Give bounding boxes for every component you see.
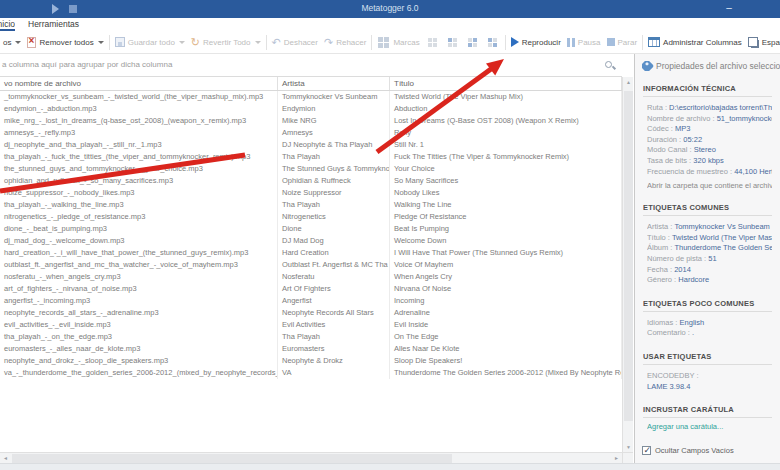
table-row[interactable]: the_stunned_guys_and_tommyknocker_-_your… bbox=[0, 163, 622, 175]
columns-table-icon bbox=[648, 37, 660, 47]
panel-field: Ruta : D:\escritorio\bajadas torrent\Thu… bbox=[647, 103, 772, 114]
tab-herramientas[interactable]: Herramientas bbox=[28, 18, 79, 31]
panel-section-title: INCRUSTAR CARÁTULA bbox=[643, 405, 772, 418]
table-row[interactable]: va_-_thunderdome_the_golden_series_2006-… bbox=[0, 367, 622, 379]
scroll-right-icon[interactable]: ► bbox=[614, 454, 619, 463]
redo-button[interactable]: ↷ Rehacer bbox=[321, 32, 369, 52]
remove-all-button[interactable]: Remover todos bbox=[24, 32, 106, 52]
table-row[interactable]: euromasters_-_alles_naar_de_klote.mp3Eur… bbox=[0, 343, 622, 355]
cell-title: Beat Is Pumping bbox=[390, 223, 622, 235]
toolbar-separator bbox=[371, 35, 372, 50]
button-label: Pausa bbox=[578, 38, 601, 47]
panel-field: Nombre de archivo : 51_tommyknocker_vs_s bbox=[647, 114, 772, 125]
scroll-down-icon[interactable]: ▼ bbox=[623, 444, 634, 450]
field-label: Ruta bbox=[647, 103, 663, 112]
file-table-body: _tommyknocker_vs_sunbeam_-_twisted_world… bbox=[0, 91, 622, 379]
table-row[interactable]: amnesys_-_refly.mp3AmnesysRefly bbox=[0, 127, 622, 139]
table-row[interactable]: neophyte_records_all_stars_-_adrenaline.… bbox=[0, 307, 622, 319]
cell-new-filename: tha_playah_-_walking_the_line.mp3 bbox=[0, 199, 278, 211]
field-label: Título bbox=[647, 233, 666, 242]
table-row[interactable]: tha_playah_-_on_the_edge.mp3Tha PlayahOn… bbox=[0, 331, 622, 343]
table-row[interactable]: dj_neophyte_and_tha_playah_-_still_nr._1… bbox=[0, 139, 622, 151]
status-strip bbox=[0, 463, 780, 470]
field-label: Modo Canal bbox=[647, 145, 687, 154]
column-header-title[interactable]: Título bbox=[390, 77, 622, 90]
button-label: Remover todos bbox=[39, 38, 93, 47]
cell-title: Pledge Of Resistance bbox=[390, 211, 622, 223]
workspaces-button[interactable]: Espacios de trabajo bbox=[745, 32, 780, 52]
group-by-bar[interactable]: a columna aquí para agrupar por dicha co… bbox=[0, 54, 622, 77]
cell-new-filename: angerfist_-_incoming.mp3 bbox=[0, 295, 278, 307]
vertical-scrollbar[interactable]: ▲ ▼ bbox=[622, 77, 633, 452]
toolbar-separator bbox=[266, 35, 267, 50]
marks-button[interactable]: Marcas bbox=[374, 32, 422, 52]
add-files-button-partial[interactable]: os bbox=[0, 32, 24, 52]
cell-artist: Nosferatu bbox=[278, 271, 390, 283]
table-row[interactable]: evil_activities_-_evil_inside.mp3Evil Ac… bbox=[0, 319, 622, 331]
table-row[interactable]: neophyte_and_drokz_-_sloop_die_speakers.… bbox=[0, 355, 622, 367]
hide-empty-fields-checkbox[interactable]: Ocultar Campos Vacíos bbox=[642, 446, 734, 455]
table-row[interactable]: dione_-_beat_is_pumping.mp3DioneBeat Is … bbox=[0, 223, 622, 235]
scrollbar-corner bbox=[622, 452, 633, 463]
cell-title: Evil Inside bbox=[390, 319, 622, 331]
pause-button[interactable]: Pausa bbox=[564, 32, 604, 52]
cell-artist: Nitrogenetics bbox=[278, 211, 390, 223]
select-checked-button[interactable] bbox=[443, 32, 463, 52]
table-row[interactable]: nosferatu_-_when_angels_cry.mp3Nosferatu… bbox=[0, 271, 622, 283]
table-row[interactable]: outblast_ft._angerfist_and_mc_tha_watche… bbox=[0, 259, 622, 271]
minimize-button[interactable]: – bbox=[714, 0, 744, 18]
panel-section-title: USAR ETIQUETAS bbox=[643, 352, 772, 365]
search-icon[interactable] bbox=[605, 61, 614, 70]
horizontal-scrollbar[interactable]: ◄ ► bbox=[0, 452, 622, 463]
tab-inicio[interactable]: Inicio bbox=[0, 18, 15, 31]
cell-new-filename: mike_nrg_-_lost_in_dreams_(q-base_ost_20… bbox=[0, 115, 278, 127]
horizontal-scroll-thumb[interactable] bbox=[12, 454, 452, 463]
stop-button[interactable]: Parar bbox=[604, 32, 641, 52]
table-row[interactable]: _tommyknocker_vs_sunbeam_-_twisted_world… bbox=[0, 91, 622, 103]
scroll-up-icon[interactable]: ▲ bbox=[623, 79, 634, 85]
manage-columns-button[interactable]: Administrar Columnas bbox=[645, 32, 745, 52]
revert-all-button[interactable]: ↻ Revertir Todo bbox=[188, 32, 264, 52]
panel-section-title: ETIQUETAS POCO COMUNES bbox=[643, 299, 772, 312]
table-row[interactable]: tha_playah_-_fuck_the_titties_(the_viper… bbox=[0, 151, 622, 163]
table-row[interactable]: endymion_-_abduction.mp3EndymionAbductio… bbox=[0, 103, 622, 115]
invert-selection-button[interactable] bbox=[463, 32, 483, 52]
checkbox-icon[interactable] bbox=[642, 446, 651, 455]
cell-title: Alles Naar De Klote bbox=[390, 343, 622, 355]
cell-new-filename: tha_playah_-_fuck_the_titties_(the_viper… bbox=[0, 151, 278, 163]
table-row[interactable]: hard_creation_-_i_will_have_that_power_(… bbox=[0, 247, 622, 259]
table-row[interactable]: angerfist_-_incoming.mp3AngerfistIncomin… bbox=[0, 295, 622, 307]
cell-title: Welcome Down bbox=[390, 235, 622, 247]
vertical-scroll-thumb[interactable] bbox=[624, 91, 633, 421]
field-value: 2014 bbox=[674, 265, 691, 274]
cell-artist: DJ Mad Dog bbox=[278, 235, 390, 247]
table-row[interactable]: tha_playah_-_walking_the_line.mp3Tha Pla… bbox=[0, 199, 622, 211]
add-cover-link[interactable]: Agregar una carátula... bbox=[647, 422, 772, 431]
cell-new-filename: va_-_thunderdome_the_golden_series_2006-… bbox=[0, 367, 278, 379]
save-all-button[interactable]: Guardar todo bbox=[112, 32, 188, 52]
undo-button[interactable]: ↶ Deshacer bbox=[269, 32, 321, 52]
table-row[interactable]: nitrogenetics_-_pledge_of_resistance.mp3… bbox=[0, 211, 622, 223]
cell-new-filename: evil_activities_-_evil_inside.mp3 bbox=[0, 319, 278, 331]
field-label: Artista bbox=[647, 222, 668, 231]
cell-artist: DJ Neophyte & Tha Playah bbox=[278, 139, 390, 151]
panel-field: Género : Hardcore bbox=[647, 275, 772, 286]
column-header-new-filename[interactable]: vo nombre de archivo bbox=[0, 77, 278, 90]
table-row[interactable]: mike_nrg_-_lost_in_dreams_(q-base_ost_20… bbox=[0, 115, 622, 127]
play-button[interactable]: Reproducir bbox=[508, 32, 564, 52]
column-header-artist[interactable]: Artista bbox=[278, 77, 390, 90]
selection-grid-icon bbox=[428, 38, 432, 42]
select-all-button[interactable] bbox=[423, 32, 443, 52]
select-none-button[interactable] bbox=[483, 32, 503, 52]
table-row[interactable]: noize_suppressor_-_nobody_likes.mp3Noize… bbox=[0, 187, 622, 199]
field-value: Tommyknocker Vs Sunbeam bbox=[674, 222, 769, 231]
revert-icon: ↻ bbox=[191, 37, 200, 47]
field-label: Idiomas bbox=[647, 318, 673, 327]
field-value: Thunderdome The Golden Series 2006-2012 bbox=[674, 243, 772, 252]
table-row[interactable]: ophidian_and_ruffneck_-_so_many_sacrific… bbox=[0, 175, 622, 187]
scroll-left-icon[interactable]: ◄ bbox=[3, 454, 8, 463]
open-folder-link[interactable]: Abrir la carpeta que contiene el archivo… bbox=[647, 181, 772, 190]
field-label: Comentario bbox=[647, 328, 686, 337]
table-row[interactable]: dj_mad_dog_-_welcome_down.mp3DJ Mad DogW… bbox=[0, 235, 622, 247]
table-row[interactable]: art_of_fighters_-_nirvana_of_noise.mp3Ar… bbox=[0, 283, 622, 295]
